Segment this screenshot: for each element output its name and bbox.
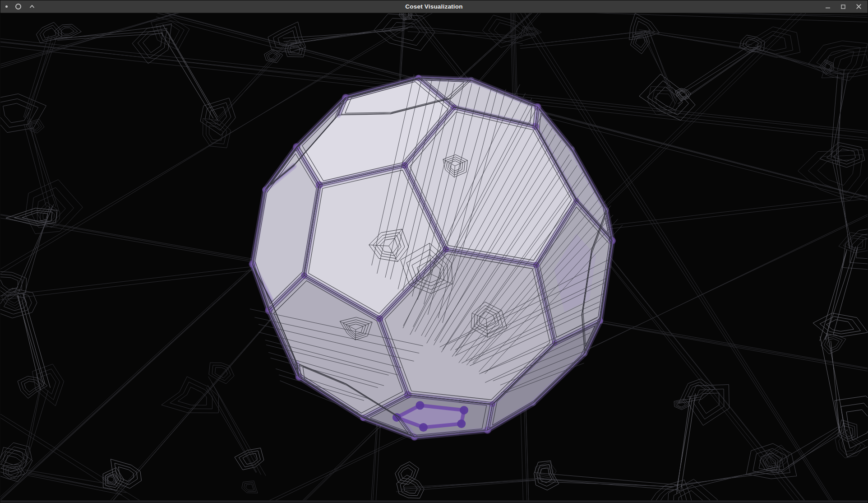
app-window: Coset Visualization (0, 0, 868, 503)
menu-dot-icon[interactable] (5, 5, 8, 8)
coset-render (0, 13, 868, 503)
circle-icon[interactable] (15, 4, 21, 9)
window-controls (825, 4, 868, 10)
titlebar-left-controls (0, 4, 35, 9)
close-button[interactable] (855, 4, 862, 10)
window-title: Coset Visualization (0, 0, 868, 13)
titlebar[interactable]: Coset Visualization (0, 0, 868, 13)
chevron-up-icon[interactable] (29, 4, 35, 9)
minimize-button[interactable] (825, 4, 831, 10)
window-bottom-edge (0, 500, 868, 503)
maximize-button[interactable] (840, 4, 846, 10)
viewport-3d[interactable] (0, 13, 868, 503)
